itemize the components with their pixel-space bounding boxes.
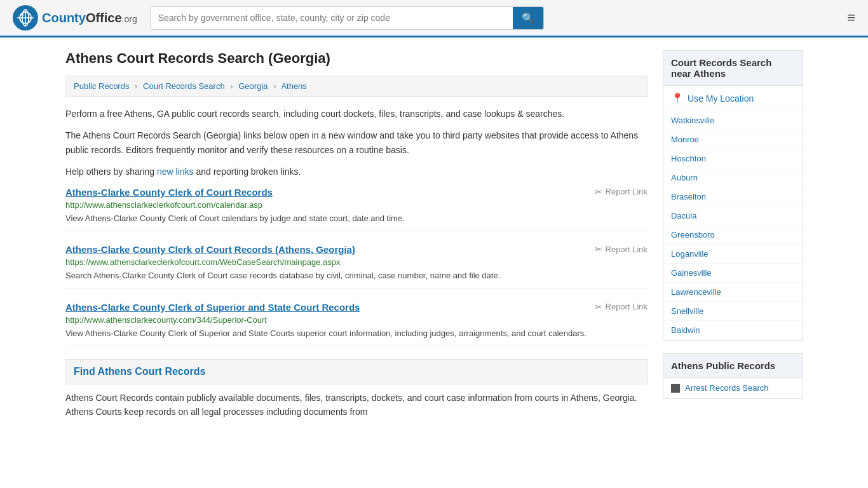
description-1: Perform a free Athens, GA public court r… [65, 107, 648, 121]
report-link-3[interactable]: ✂ Report Link [595, 302, 648, 312]
nearby-link-monroe[interactable]: Monroe [663, 130, 802, 149]
header: CountyOffice.org 🔍 ≡ [0, 0, 868, 37]
breadcrumb-sep-2: › [230, 81, 233, 91]
description-2: The Athens Court Records Search (Georgia… [65, 128, 648, 157]
list-item: Auburn [663, 168, 802, 187]
list-item: Watkinsville [663, 111, 802, 130]
record-desc-3: View Athens-Clarke County Clerk of Super… [65, 327, 648, 340]
sidebar-public-records-title: Athens Public Records [663, 354, 802, 378]
page-title: Athens Court Records Search (Georgia) [65, 50, 648, 67]
list-item: Gainesville [663, 264, 802, 283]
sidebar-public-records-box: Athens Public Records Arrest Records Sea… [663, 353, 803, 399]
nearby-link-loganville[interactable]: Loganville [663, 245, 802, 263]
sidebar-public-records-content: Arrest Records Search [663, 378, 802, 398]
list-item: Snellville [663, 302, 802, 321]
record-url-3: http://www.athensclarkecounty.com/344/Su… [65, 315, 648, 325]
breadcrumb-court-records[interactable]: Court Records Search [143, 81, 225, 91]
record-url-1: http://www.athensclarkeclerkofcourt.com/… [65, 200, 648, 210]
record-title-2[interactable]: Athens-Clarke County Clerk of Court Reco… [65, 244, 355, 255]
breadcrumb-public-records[interactable]: Public Records [74, 81, 129, 91]
nearby-link-lawrenceville[interactable]: Lawrenceville [663, 283, 802, 301]
nearby-link-snellville[interactable]: Snellville [663, 302, 802, 320]
nearby-link-braselton[interactable]: Braselton [663, 187, 802, 206]
breadcrumb: Public Records › Court Records Search › … [65, 76, 648, 97]
breadcrumb-sep-1: › [135, 81, 137, 91]
arrest-square-icon [671, 384, 680, 393]
record-title-1[interactable]: Athens-Clarke County Clerk of Court Reco… [65, 187, 273, 198]
nearby-link-auburn[interactable]: Auburn [663, 168, 802, 187]
report-icon-1: ✂ [595, 187, 602, 197]
report-icon-2: ✂ [595, 244, 602, 254]
sidebar: Court Records Search near Athens 📍 Use M… [663, 50, 803, 427]
main-container: Athens Court Records Search (Georgia) Pu… [53, 37, 815, 440]
nearby-link-baldwin[interactable]: Baldwin [663, 321, 802, 339]
search-input[interactable] [151, 7, 513, 29]
record-url-2: https://www.athensclarkeclerkofcourt.com… [65, 257, 648, 267]
sidebar-nearby-box: Court Records Search near Athens 📍 Use M… [663, 50, 803, 341]
record-block-3: ✂ Report Link Athens-Clarke County Clerk… [65, 302, 648, 347]
svg-point-5 [21, 13, 24, 16]
nearby-link-greensboro[interactable]: Greensboro [663, 226, 802, 244]
search-button[interactable]: 🔍 [513, 7, 543, 29]
help-text: Help others by sharing new links and rep… [65, 165, 648, 179]
logo-text: CountyOffice.org [42, 11, 137, 25]
nearby-link-watkinsville[interactable]: Watkinsville [663, 111, 802, 130]
arrest-records-link[interactable]: Arrest Records Search [685, 383, 769, 393]
list-item: Arrest Records Search [663, 378, 802, 398]
list-item: Hoschton [663, 149, 802, 168]
logo-icon [13, 5, 38, 30]
report-link-2[interactable]: ✂ Report Link [595, 244, 648, 254]
breadcrumb-athens[interactable]: Athens [281, 81, 306, 91]
sidebar-nearby-content: 📍 Use My Location Watkinsville Monroe Ho… [663, 86, 802, 340]
find-section-desc: Athens Court Records contain publicly av… [65, 391, 648, 419]
list-item: Lawrenceville [663, 283, 802, 302]
sidebar-nearby-title: Court Records Search near Athens [663, 51, 802, 86]
nearby-link-dacula[interactable]: Dacula [663, 207, 802, 225]
find-section-header: Find Athens Court Records [65, 359, 648, 384]
use-my-location[interactable]: 📍 Use My Location [663, 86, 802, 111]
nearby-link-hoschton[interactable]: Hoschton [663, 149, 802, 168]
nearby-links-list: Watkinsville Monroe Hoschton Auburn Bras… [663, 111, 802, 340]
list-item: Monroe [663, 130, 802, 149]
breadcrumb-sep-3: › [273, 81, 276, 91]
record-title-3[interactable]: Athens-Clarke County Clerk of Superior a… [65, 302, 360, 313]
report-link-1[interactable]: ✂ Report Link [595, 187, 648, 197]
main-content: Athens Court Records Search (Georgia) Pu… [65, 50, 648, 427]
search-icon: 🔍 [522, 13, 534, 24]
list-item: Baldwin [663, 321, 802, 340]
logo[interactable]: CountyOffice.org [13, 5, 137, 30]
record-desc-1: View Athens-Clarke County Clerk of Court… [65, 212, 648, 225]
pin-icon: 📍 [671, 92, 684, 104]
record-block-1: ✂ Report Link Athens-Clarke County Clerk… [65, 187, 648, 232]
record-desc-2: Search Athens-Clarke County Clerk of Cou… [65, 269, 648, 282]
list-item: Dacula [663, 207, 802, 226]
new-links[interactable]: new links [157, 166, 194, 177]
menu-icon[interactable]: ≡ [847, 10, 855, 26]
search-bar: 🔍 [150, 6, 544, 30]
list-item: Greensboro [663, 226, 802, 245]
list-item: Loganville [663, 245, 802, 264]
nearby-link-gainesville[interactable]: Gainesville [663, 264, 802, 282]
report-icon-3: ✂ [595, 302, 602, 312]
list-item: Braselton [663, 187, 802, 207]
record-block-2: ✂ Report Link Athens-Clarke County Clerk… [65, 244, 648, 289]
breadcrumb-georgia[interactable]: Georgia [238, 81, 268, 91]
